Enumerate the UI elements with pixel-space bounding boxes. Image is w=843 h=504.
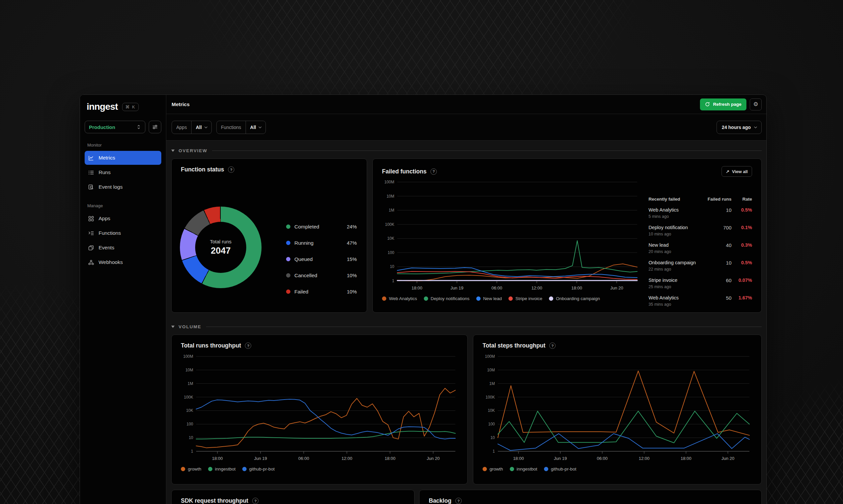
legend-label: Queued <box>294 256 313 262</box>
overview-section-label: OVERVIEW <box>178 148 207 153</box>
runs-list-icon <box>88 169 94 176</box>
help-icon[interactable]: ? <box>430 168 437 175</box>
command-k-shortcut-badge[interactable]: ⌘ K <box>122 103 139 111</box>
help-icon[interactable]: ? <box>245 343 251 349</box>
sidebar-item-runs[interactable]: Runs <box>85 165 161 179</box>
sdk-request-throughput-panel: SDK request throughput ? <box>171 490 414 504</box>
sidebar-item-functions[interactable]: Functions <box>85 226 161 240</box>
svg-text:Jun 19: Jun 19 <box>254 456 267 461</box>
line-chart-icon <box>88 155 94 161</box>
sidebar-item-label: Events <box>99 245 114 251</box>
total-runs-legend: growth inngestbot github-pr-bot <box>181 467 458 471</box>
table-row[interactable]: Onboarding campaign22 mins ago 10 0.5% <box>649 259 752 272</box>
legend-item: growth <box>181 467 202 471</box>
dashboard-content: OVERVIEW Function status ? Total runs <box>166 141 766 504</box>
refresh-page-button[interactable]: Refresh page <box>700 98 746 110</box>
table-row[interactable]: New lead20 mins ago 40 0.3% <box>649 242 752 254</box>
sliders-icon <box>152 124 158 130</box>
legend-dot <box>509 296 513 301</box>
sidebar-item-webhooks[interactable]: Webhooks <box>85 255 161 269</box>
legend-label: Web Analytics <box>389 296 417 301</box>
failed-runs: 40 <box>701 242 732 254</box>
failed-time: 5 mins ago <box>649 214 701 219</box>
page-header: Metrics Refresh page ⚙ <box>166 95 766 114</box>
function-name: New lead <box>649 242 668 248</box>
donut-center: Total runs 2047 <box>195 222 246 273</box>
failure-rate: 1.67% <box>732 295 752 307</box>
environment-selector[interactable]: Production <box>85 121 145 133</box>
legend-dot <box>286 241 290 245</box>
legend-dot <box>286 257 290 261</box>
sidebar: inngest ⌘ K Production Monitor <box>80 95 166 504</box>
svg-text:Jun 19: Jun 19 <box>554 456 567 461</box>
settings-button[interactable]: ⚙ <box>750 98 762 110</box>
function-name: Web Analytics <box>649 207 679 213</box>
legend-item: Onboarding campaign <box>549 296 600 301</box>
table-row[interactable]: Stripe invoice25 mins ago 60 0.07% <box>649 277 752 289</box>
failed-time: 35 mins ago <box>649 302 701 307</box>
sidebar-item-label: Metrics <box>99 155 115 161</box>
legend-label: github-pr-bot <box>551 467 577 471</box>
help-icon[interactable]: ? <box>455 498 462 504</box>
failed-runs: 60 <box>701 277 732 289</box>
failed-functions-panel: Failed functions ? ↗ View all 11010010K1… <box>372 159 762 313</box>
total-runs-value: 2047 <box>211 246 231 256</box>
svg-text:12:00: 12:00 <box>639 456 650 461</box>
legend-label: growth <box>489 467 503 471</box>
sidebar-item-label: Functions <box>99 230 121 236</box>
help-icon[interactable]: ? <box>228 166 234 173</box>
total-runs-throughput-title: Total runs throughput <box>181 342 241 349</box>
refresh-icon <box>705 102 710 107</box>
desktop-background: inngest ⌘ K Production Monitor <box>0 0 843 504</box>
functions-filter-label: Functions <box>217 125 246 130</box>
svg-text:Jun 19: Jun 19 <box>450 286 463 290</box>
volume-section-header[interactable]: VOLUME <box>171 323 762 330</box>
failure-rate: 0.3% <box>732 242 752 254</box>
legend-dot <box>549 296 553 301</box>
function-status-donut: Total runs 2047 <box>180 206 261 288</box>
overview-section-header[interactable]: OVERVIEW <box>171 147 762 154</box>
svg-text:Jun 20: Jun 20 <box>610 286 623 290</box>
svg-text:1: 1 <box>191 449 193 454</box>
sidebar-item-events[interactable]: Events <box>85 241 161 255</box>
svg-text:10M: 10M <box>386 194 394 199</box>
apps-filter[interactable]: Apps All <box>172 121 212 134</box>
legend-label: growth <box>188 467 202 471</box>
function-name: Stripe invoice <box>649 277 677 283</box>
failed-time: 20 mins ago <box>649 249 701 254</box>
time-range-selector[interactable]: 24 hours ago <box>717 121 762 134</box>
functions-filter[interactable]: Functions All <box>217 121 266 134</box>
function-status-legend: Completed 24% Running 47% Queued <box>286 218 357 300</box>
svg-text:06:00: 06:00 <box>298 456 309 461</box>
column-header: Recently failed <box>649 197 701 202</box>
legend-label: inngestbot <box>517 467 537 471</box>
svg-text:10K: 10K <box>186 408 193 413</box>
inngest-logo: inngest <box>87 102 118 112</box>
collapse-triangle-icon <box>171 149 175 152</box>
help-icon[interactable]: ? <box>549 343 555 349</box>
column-header: Failed runs <box>701 197 732 202</box>
view-all-button[interactable]: ↗ View all <box>722 166 752 177</box>
total-runs-label: Total runs <box>210 239 231 245</box>
external-arrow-icon: ↗ <box>726 169 729 174</box>
sidebar-item-event-logs[interactable]: Event logs <box>85 180 161 194</box>
help-icon[interactable]: ? <box>252 498 259 504</box>
function-status-title: Function status <box>181 166 224 173</box>
sidebar-item-metrics[interactable]: Metrics <box>85 151 161 165</box>
environment-filter-button[interactable] <box>149 121 161 133</box>
sidebar-item-label: Apps <box>99 216 110 221</box>
inngest-app-window: inngest ⌘ K Production Monitor <box>80 94 767 504</box>
table-row[interactable]: Web Analytics5 mins ago 10 0.5% <box>649 207 752 219</box>
apps-filter-label: Apps <box>172 125 191 130</box>
sidebar-item-apps[interactable]: Apps <box>85 212 161 226</box>
sidebar-section-manage: Manage <box>87 203 159 208</box>
failed-runs: 700 <box>701 224 732 236</box>
webhook-icon <box>88 259 94 266</box>
filter-bar: Apps All Functions All 24 hours ago <box>166 114 766 141</box>
svg-text:10: 10 <box>390 264 395 269</box>
table-row[interactable]: Deploy notification10 mins ago 700 0.1% <box>649 224 752 236</box>
table-row[interactable]: Web Analytics35 mins ago 50 1.67% <box>649 295 752 307</box>
legend-label: New lead <box>483 296 502 301</box>
svg-text:100K: 100K <box>184 395 193 399</box>
legend-dot <box>181 467 185 471</box>
